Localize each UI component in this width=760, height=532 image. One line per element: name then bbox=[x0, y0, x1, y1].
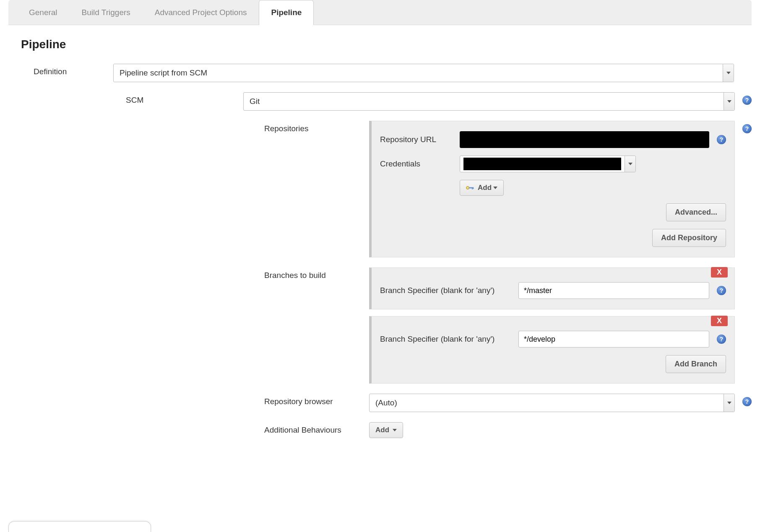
branch-specifier-input[interactable] bbox=[518, 282, 709, 299]
add-credentials-button[interactable]: Add bbox=[460, 180, 504, 196]
tab-advanced-project-options[interactable]: Advanced Project Options bbox=[143, 0, 259, 25]
additional-behaviours-label: Additional Behaviours bbox=[8, 422, 369, 435]
repository-url-input[interactable] bbox=[460, 131, 709, 148]
tab-general[interactable]: General bbox=[17, 0, 70, 25]
add-behaviour-button[interactable]: Add bbox=[369, 422, 403, 438]
help-icon[interactable]: ? bbox=[742, 397, 752, 406]
add-behaviour-label: Add bbox=[375, 426, 389, 434]
add-credentials-label: Add bbox=[478, 184, 492, 192]
repository-browser-label: Repository browser bbox=[8, 394, 369, 406]
help-icon[interactable]: ? bbox=[717, 335, 726, 344]
section-title-pipeline: Pipeline bbox=[8, 25, 752, 64]
chevron-down-icon bbox=[723, 64, 734, 82]
config-tabs: General Build Triggers Advanced Project … bbox=[8, 0, 752, 25]
credentials-label: Credentials bbox=[380, 159, 460, 169]
definition-label: Definition bbox=[8, 64, 113, 76]
branch-specifier-label: Branch Specifier (blank for 'any') bbox=[380, 286, 518, 295]
credentials-select[interactable] bbox=[460, 156, 636, 172]
branch-panel-1: X Branch Specifier (blank for 'any') ? A… bbox=[369, 316, 735, 384]
scm-select-value: Git bbox=[250, 97, 260, 106]
scm-select[interactable]: Git bbox=[243, 92, 735, 111]
svg-rect-2 bbox=[469, 187, 474, 189]
svg-point-1 bbox=[467, 187, 468, 189]
svg-rect-4 bbox=[473, 187, 474, 189]
chevron-down-icon bbox=[493, 187, 497, 189]
help-icon[interactable]: ? bbox=[717, 135, 726, 144]
branch-specifier-label: Branch Specifier (blank for 'any') bbox=[380, 335, 518, 344]
definition-select[interactable]: Pipeline script from SCM bbox=[113, 64, 734, 82]
tab-pipeline[interactable]: Pipeline bbox=[259, 0, 314, 25]
repository-browser-value: (Auto) bbox=[375, 398, 397, 407]
delete-branch-button[interactable]: X bbox=[711, 316, 728, 326]
help-icon[interactable]: ? bbox=[742, 96, 752, 105]
add-branch-button[interactable]: Add Branch bbox=[666, 355, 726, 373]
add-repository-button[interactable]: Add Repository bbox=[652, 229, 726, 247]
chevron-down-icon bbox=[625, 156, 635, 172]
branches-label: Branches to build bbox=[8, 267, 369, 280]
help-icon[interactable]: ? bbox=[742, 124, 752, 133]
key-icon bbox=[466, 185, 474, 191]
repository-browser-select[interactable]: (Auto) bbox=[369, 394, 735, 412]
repositories-label: Repositories bbox=[8, 121, 369, 133]
delete-branch-button[interactable]: X bbox=[711, 267, 728, 278]
advanced-button[interactable]: Advanced... bbox=[666, 203, 726, 221]
chevron-down-icon bbox=[724, 394, 734, 412]
help-icon[interactable]: ? bbox=[717, 286, 726, 295]
chevron-down-icon bbox=[724, 93, 734, 110]
chevron-down-icon bbox=[393, 429, 397, 431]
repository-url-label: Repository URL bbox=[380, 135, 460, 144]
branch-specifier-input[interactable] bbox=[518, 331, 709, 348]
svg-rect-3 bbox=[472, 187, 473, 189]
branch-panel-0: X Branch Specifier (blank for 'any') ? bbox=[369, 267, 735, 309]
scm-label: SCM bbox=[8, 92, 243, 105]
tab-build-triggers[interactable]: Build Triggers bbox=[70, 0, 143, 25]
definition-select-value: Pipeline script from SCM bbox=[120, 68, 207, 78]
repositories-panel: Repository URL ? Credentials bbox=[369, 121, 735, 257]
